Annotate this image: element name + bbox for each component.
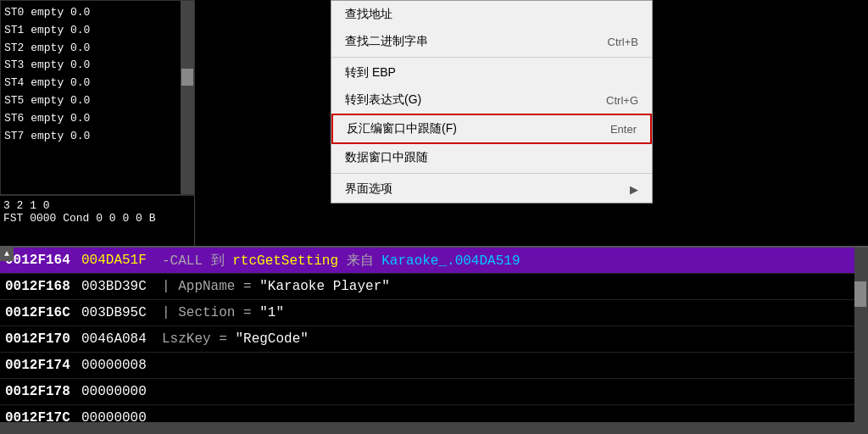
scrollbar-thumb[interactable] [181, 69, 193, 86]
stack-comment-1: | AppName = "Karaoke Player" [157, 279, 868, 294]
reg-st3: ST3 empty 0.0 [4, 57, 177, 75]
from-text: 来自 [338, 253, 381, 269]
stack-addr-4: 0012F174 [0, 358, 76, 373]
register-content: ST0 empty 0.0 ST1 empty 0.0 ST2 empty 0.… [1, 1, 194, 148]
reg-st6: ST6 empty 0.0 [4, 110, 177, 128]
menu-separator-1 [331, 57, 652, 58]
menu-label-ui-options: 界面选项 [345, 181, 392, 197]
stack-scrollbar-right[interactable] [854, 248, 868, 434]
menu-separator-2 [331, 173, 652, 174]
menu-item-find-binary[interactable]: 查找二进制字串 Ctrl+B [331, 28, 652, 55]
reg-st1: ST1 empty 0.0 [4, 22, 177, 40]
str-3: "RegCode" [235, 331, 308, 347]
menu-shortcut-goto-expr: Ctrl+G [606, 94, 638, 107]
stack-scrollbar-bottom[interactable] [0, 422, 854, 434]
reg-st2: ST2 empty 0.0 [4, 40, 177, 58]
stack-row-1[interactable]: 0012F168 003BD39C | AppName = "Karaoke P… [0, 274, 868, 300]
menu-label-follow-data: 数据窗口中跟随 [345, 150, 428, 165]
brace-3: LszKey = [162, 331, 235, 347]
stack-panel: ▲ 0012F164 004DA51F -CALL 到 rtcGetSettin… [0, 246, 868, 434]
stack-comment-2: | Section = "1" [157, 305, 868, 320]
menu-label-follow-disasm: 反汇编窗口中跟随(F) [347, 121, 457, 136]
top-panel: ST0 empty 0.0 ST1 empty 0.0 ST2 empty 0.… [0, 0, 868, 246]
reg-st0: ST0 empty 0.0 [4, 4, 177, 22]
menu-item-find-addr[interactable]: 查找地址 [331, 1, 652, 28]
from-addr: Karaoke_.004DA519 [381, 253, 520, 269]
menu-shortcut-find-binary: Ctrl+B [608, 36, 638, 48]
stack-addr-5: 0012F178 [0, 384, 76, 399]
menu-shortcut-follow-disasm: Enter [610, 123, 637, 136]
context-menu[interactable]: 查找地址 查找二进制字串 Ctrl+B 转到 EBP 转到表达式(G) Ctrl… [331, 0, 653, 203]
scroll-up-arrow[interactable]: ▲ [0, 248, 14, 261]
stack-comment-0: -CALL 到 rtcGetSetting 来自 Karaoke_.004DA5… [157, 252, 868, 270]
menu-arrow-ui-options: ▶ [630, 183, 638, 196]
right-area: 查找地址 查找二进制字串 Ctrl+B 转到 EBP 转到表达式(G) Ctrl… [195, 0, 868, 246]
stack-addr-3: 0012F170 [0, 331, 76, 347]
register-area: ST0 empty 0.0 ST1 empty 0.0 ST2 empty 0.… [0, 0, 195, 195]
reg-st4: ST4 empty 0.0 [4, 75, 177, 92]
stack-scrollbar-thumb[interactable] [854, 281, 866, 307]
stack-addr-1: 0012F168 [0, 279, 76, 294]
menu-item-follow-disasm[interactable]: 反汇编窗口中跟随(F) Enter [331, 114, 652, 144]
brace-call: -CALL 到 [162, 253, 232, 269]
menu-label-goto-ebp: 转到 EBP [345, 65, 396, 81]
register-scrollbar[interactable] [181, 1, 194, 194]
reg-st7: ST7 empty 0.0 [4, 128, 177, 146]
fst-line2: FST 0000 Cond 0 0 0 0 B [3, 212, 191, 225]
str-1: "Karaoke Player" [259, 279, 390, 294]
menu-label-goto-expr: 转到表达式(G) [345, 92, 421, 108]
stack-val-1: 003BD39C [76, 279, 157, 294]
stack-val-3: 0046A084 [76, 331, 157, 347]
stack-row-4[interactable]: 0012F174 00000008 [0, 353, 868, 379]
menu-item-ui-options[interactable]: 界面选项 ▶ [331, 175, 652, 203]
menu-label-find-binary: 查找二进制字串 [345, 34, 428, 49]
fst-line1: 3 2 1 0 [3, 199, 191, 212]
menu-item-goto-expr[interactable]: 转到表达式(G) Ctrl+G [331, 86, 652, 114]
stack-row-0[interactable]: 0012F164 004DA51F -CALL 到 rtcGetSetting … [0, 248, 868, 274]
menu-item-follow-data[interactable]: 数据窗口中跟随 [331, 144, 652, 171]
stack-row-2[interactable]: 0012F16C 003DB95C | Section = "1" [0, 300, 868, 326]
brace-1: | AppName = [162, 279, 259, 294]
register-panel: ST0 empty 0.0 ST1 empty 0.0 ST2 empty 0.… [0, 0, 195, 246]
stack-val-2: 003DB95C [76, 305, 157, 320]
brace-2: | Section = [162, 305, 259, 320]
stack-val-4: 00000008 [76, 358, 157, 373]
reg-st5: ST5 empty 0.0 [4, 92, 177, 110]
stack-val-5: 00000000 [76, 384, 157, 399]
menu-label-find-addr: 查找地址 [345, 7, 392, 22]
stack-addr-2: 0012F16C [0, 305, 76, 320]
str-2: "1" [259, 305, 284, 320]
menu-item-goto-ebp[interactable]: 转到 EBP [331, 59, 652, 86]
fst-area: 3 2 1 0 FST 0000 Cond 0 0 0 0 B [0, 195, 194, 246]
stack-val-0: 004DA51F [76, 253, 157, 268]
stack-row-3[interactable]: 0012F170 0046A084 LszKey = "RegCode" [0, 326, 868, 353]
func-name: rtcGetSetting [232, 253, 338, 269]
stack-comment-3: LszKey = "RegCode" [157, 331, 868, 347]
stack-row-5[interactable]: 0012F178 00000000 [0, 379, 868, 405]
